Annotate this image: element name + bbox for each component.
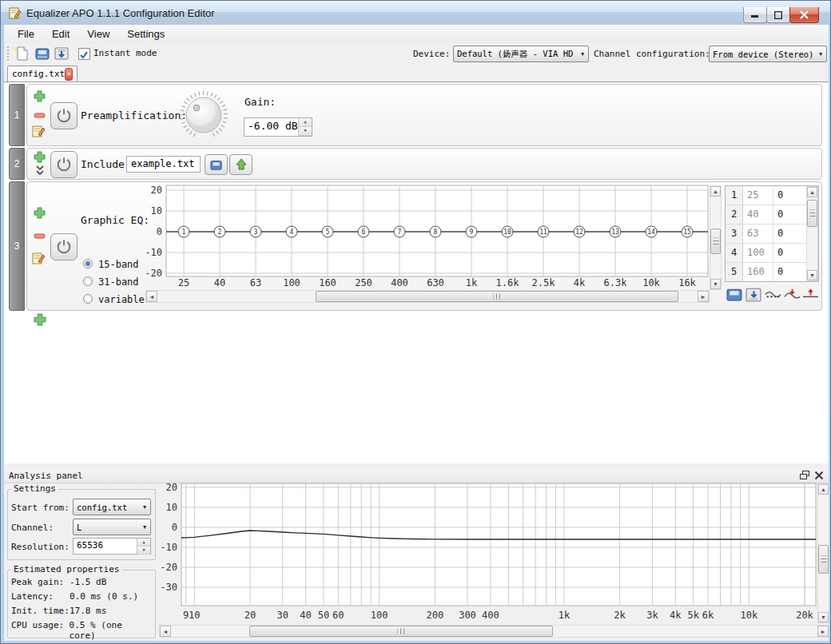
add-filter-icon[interactable] bbox=[34, 207, 46, 219]
maximize-button[interactable] bbox=[766, 7, 790, 23]
open-include-button[interactable] bbox=[229, 154, 252, 175]
freq-cell[interactable]: 40 bbox=[743, 205, 773, 224]
row-3-handle[interactable]: 3 bbox=[9, 181, 25, 311]
save-file-icon[interactable] bbox=[54, 46, 70, 62]
row-1-power-button[interactable] bbox=[50, 102, 78, 129]
new-file-icon[interactable] bbox=[14, 46, 30, 62]
gain-spinbox[interactable]: -6.00 dB ▲▼ bbox=[244, 117, 312, 137]
scroll-down-icon[interactable]: ▼ bbox=[818, 612, 829, 622]
gain-cell[interactable]: 0 bbox=[773, 263, 804, 281]
scroll-down-icon[interactable]: ▼ bbox=[807, 270, 817, 280]
svg-text:10k: 10k bbox=[642, 277, 660, 288]
close-panel-icon[interactable] bbox=[814, 471, 824, 480]
scroll-up-icon[interactable]: ▲ bbox=[818, 484, 829, 495]
scroll-right-icon[interactable]: ► bbox=[698, 291, 709, 302]
channel-combo[interactable]: L ▼ bbox=[73, 519, 151, 535]
scroll-down-icon[interactable]: ▼ bbox=[710, 279, 721, 289]
include-file-input[interactable]: example.txt bbox=[126, 156, 201, 173]
gain-cell[interactable]: 0 bbox=[773, 186, 804, 205]
table-vscroll-thumb[interactable] bbox=[807, 200, 817, 227]
scroll-right-icon[interactable]: ► bbox=[817, 626, 829, 637]
svg-text:2.5k: 2.5k bbox=[532, 277, 556, 288]
toolbar-grip[interactable] bbox=[7, 46, 11, 61]
edit-text-icon[interactable] bbox=[32, 124, 46, 137]
add-filter-icon[interactable] bbox=[34, 90, 46, 102]
menu-item-settings[interactable]: Settings bbox=[118, 26, 173, 42]
property-label: Latency: bbox=[11, 591, 70, 606]
radio-15-band[interactable] bbox=[83, 259, 93, 268]
freq-cell[interactable]: 25 bbox=[743, 186, 773, 205]
menu-item-view[interactable]: View bbox=[78, 26, 118, 42]
spin-up-icon[interactable]: ▲ bbox=[299, 118, 312, 127]
flatten-response-icon[interactable] bbox=[765, 287, 781, 302]
tab-close-icon[interactable]: ✕ bbox=[65, 68, 73, 81]
scroll-left-icon[interactable]: ◄ bbox=[160, 626, 171, 637]
eq-hscrollbar[interactable]: ◄ ► bbox=[145, 290, 710, 303]
svg-text:1k: 1k bbox=[559, 610, 571, 621]
start-from-combo[interactable]: config.txt ▼ bbox=[73, 499, 151, 515]
edit-text-icon[interactable] bbox=[32, 251, 46, 264]
row-2-handle[interactable]: 2 bbox=[9, 148, 25, 180]
gain-cell[interactable]: 0 bbox=[773, 225, 804, 243]
expand-chevrons-icon[interactable] bbox=[35, 165, 45, 176]
close-button[interactable] bbox=[789, 7, 819, 23]
gain-cell[interactable]: 0 bbox=[773, 244, 804, 262]
freq-cell[interactable]: 160 bbox=[743, 263, 773, 281]
menu-item-edit[interactable]: Edit bbox=[43, 26, 78, 42]
resolution-spinbox[interactable]: 65536 ▲▼ bbox=[73, 538, 151, 555]
eq-band-chart[interactable]: 2540631001602504006301k1.6k2.5k4k6.3k10k… bbox=[145, 185, 710, 289]
property-value: 17.8 ms bbox=[70, 606, 106, 620]
browse-file-button[interactable] bbox=[205, 154, 228, 175]
remove-filter-icon[interactable] bbox=[34, 231, 46, 241]
chevron-down-icon: ▼ bbox=[139, 524, 150, 531]
spin-down-icon[interactable]: ▼ bbox=[299, 127, 312, 136]
chevron-down-icon: ▼ bbox=[577, 51, 588, 58]
eq-vscrollbar[interactable]: ▲ ▼ bbox=[710, 185, 722, 290]
device-combo[interactable]: Default (扬声器 - VIA HD Audio) ▼ bbox=[453, 46, 589, 62]
table-row[interactable]: 2400 bbox=[726, 205, 818, 225]
minimize-button[interactable] bbox=[743, 7, 767, 23]
spin-down-icon[interactable]: ▼ bbox=[137, 547, 150, 555]
add-row-icon[interactable] bbox=[34, 313, 46, 326]
open-file-icon[interactable] bbox=[34, 46, 50, 62]
eq-vscroll-thumb[interactable] bbox=[710, 229, 721, 254]
table-row[interactable]: 41000 bbox=[726, 244, 818, 263]
reset-gains-icon[interactable] bbox=[802, 287, 819, 302]
analysis-vscrollbar[interactable]: ▲ ▼ bbox=[817, 483, 829, 623]
add-filter-icon[interactable] bbox=[34, 151, 46, 163]
gain-knob[interactable] bbox=[178, 89, 229, 141]
radio-31-band[interactable] bbox=[83, 276, 93, 286]
analysis-panel-header[interactable] bbox=[4, 468, 829, 483]
title-bar[interactable]: Equalizer APO 1.1.1 Configuration Editor bbox=[1, 1, 831, 26]
spin-up-icon[interactable]: ▲ bbox=[137, 539, 150, 547]
export-eq-icon[interactable] bbox=[746, 287, 762, 302]
float-panel-icon[interactable] bbox=[800, 471, 809, 480]
scroll-up-icon[interactable]: ▲ bbox=[710, 186, 721, 197]
gain-cell[interactable]: 0 bbox=[773, 205, 804, 224]
eq-band-table[interactable]: 1250240036304100051600 bbox=[725, 185, 819, 282]
analysis-hscroll-thumb[interactable] bbox=[249, 626, 553, 637]
analysis-vscroll-thumb[interactable] bbox=[818, 545, 829, 574]
eq-hscroll-thumb[interactable] bbox=[316, 291, 678, 302]
import-eq-icon[interactable] bbox=[726, 287, 743, 302]
scroll-up-icon[interactable]: ▲ bbox=[807, 187, 817, 197]
normalize-response-icon[interactable] bbox=[784, 287, 801, 302]
menu-item-file[interactable]: File bbox=[9, 26, 43, 42]
analysis-hscrollbar[interactable]: ◄ ► bbox=[159, 625, 829, 638]
table-row[interactable]: 3630 bbox=[726, 225, 818, 244]
svg-text:60: 60 bbox=[332, 610, 344, 621]
tab-config-txt[interactable]: config.txt ✕ bbox=[7, 66, 78, 81]
instant-mode-checkbox[interactable] bbox=[78, 48, 90, 60]
row-3-power-button[interactable] bbox=[50, 233, 78, 260]
table-row[interactable]: 1250 bbox=[726, 186, 818, 205]
table-row[interactable]: 51600 bbox=[726, 263, 818, 282]
row-2-power-button[interactable] bbox=[50, 151, 78, 178]
channel-config-combo[interactable]: From device (Stereo) ▼ bbox=[709, 46, 827, 62]
remove-filter-icon[interactable] bbox=[34, 110, 46, 120]
freq-cell[interactable]: 63 bbox=[743, 225, 773, 243]
freq-cell[interactable]: 100 bbox=[743, 244, 773, 262]
radio-variable[interactable] bbox=[83, 294, 93, 304]
scroll-left-icon[interactable]: ◄ bbox=[146, 291, 157, 302]
row-1-handle[interactable]: 1 bbox=[9, 84, 25, 146]
table-vscrollbar[interactable]: ▲ ▼ bbox=[806, 186, 818, 281]
